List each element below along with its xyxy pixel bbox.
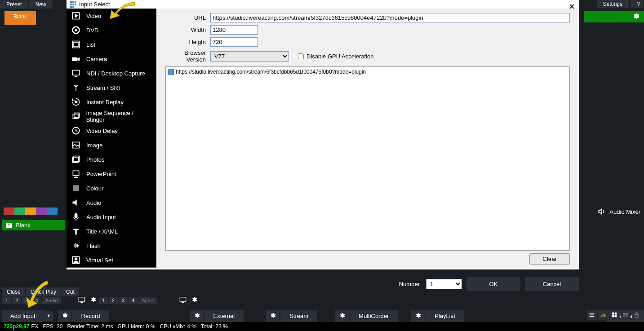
overlay-2[interactable]: 2 <box>12 297 21 304</box>
record-button[interactable]: Record <box>72 310 109 322</box>
mic-icon <box>71 212 81 222</box>
svg-rect-58 <box>604 314 605 317</box>
sidebar-item-audio-input[interactable]: Audio Input <box>67 210 156 224</box>
list-item[interactable]: https://studio.livereacting.com/stream/5… <box>168 69 568 75</box>
sidebar-item-audio[interactable]: Audio <box>67 195 156 210</box>
svg-rect-33 <box>75 214 77 218</box>
sidebar-item-list[interactable]: List <box>67 37 156 52</box>
sidebar-item-dvd[interactable]: DVD <box>67 23 156 37</box>
svg-point-42 <box>75 258 77 260</box>
sidebar-item-title-xaml[interactable]: Title / XAML <box>67 224 156 238</box>
camera-icon <box>71 54 81 64</box>
settings-button[interactable]: Settings <box>597 0 629 8</box>
help-button[interactable]: ? <box>631 0 643 8</box>
sidebar-item-label: Image <box>86 142 102 149</box>
sidebar-item-video-delay[interactable]: Video Delay <box>67 124 156 138</box>
gear-icon-right[interactable] <box>191 296 197 304</box>
sidebar-item-ndi-desktop-capture[interactable]: NDI / Desktop Capture <box>67 66 156 80</box>
svg-rect-65 <box>635 314 639 317</box>
sidebar-item-label: Video <box>86 13 101 19</box>
sidebar-item-powerpoint[interactable]: PowerPoint <box>67 167 156 181</box>
sidebar-item-label: Stream / SRT <box>86 84 122 91</box>
sidebar-item-instant-replay[interactable]: Instant Replay <box>67 95 156 109</box>
arrow-annotation-add-input <box>25 278 52 310</box>
close-button[interactable]: Close <box>2 287 25 296</box>
browser-list[interactable]: https://studio.livereacting.com/stream/5… <box>165 66 570 251</box>
height-label: Height <box>165 39 206 45</box>
list-view-icon[interactable] <box>587 310 597 320</box>
ok-button[interactable]: OK <box>466 277 520 291</box>
color-swatch-1[interactable] <box>14 207 25 215</box>
monitor-icon[interactable] <box>78 296 85 304</box>
sidebar-item-image[interactable]: Image <box>67 138 156 152</box>
external-button[interactable]: External <box>204 310 244 322</box>
multicorder-button[interactable]: MultiCorder <box>350 310 398 322</box>
grid-view-icon[interactable] <box>609 310 619 320</box>
playlist-button[interactable]: PlayList <box>426 310 464 322</box>
preview-input-blank[interactable]: Blank <box>4 11 36 25</box>
fps-label: FPS: <box>43 323 55 330</box>
sidebar-item-virtual-set[interactable]: Virtual Set <box>67 253 156 267</box>
color-swatch-3[interactable] <box>36 207 47 215</box>
speaker-icon <box>71 198 81 207</box>
lock-icon[interactable] <box>632 310 642 320</box>
sidebar-item-stream-srt[interactable]: Stream / SRT <box>67 80 156 95</box>
add-input-button[interactable]: Add Input <box>2 310 44 322</box>
svg-rect-2 <box>75 1 76 3</box>
cut-button[interactable]: Cut <box>62 287 79 296</box>
overlay-r2[interactable]: 2 <box>109 297 118 304</box>
add-input-dropdown[interactable]: ▼ <box>44 311 53 321</box>
vmix-value: 4 % <box>187 323 196 330</box>
color-swatch-2[interactable] <box>25 207 36 215</box>
sidebar-item-camera[interactable]: Camera <box>67 52 156 66</box>
list-item-url: https://studio.livereacting.com/stream/5… <box>176 69 366 75</box>
input-1-row[interactable]: 1 Blank <box>2 220 65 230</box>
color-swatch-4[interactable] <box>47 207 58 215</box>
input-type-sidebar: VideoDVDListCameraNDI / Desktop CaptureS… <box>67 9 156 268</box>
sidebar-item-image-sequence-stinger[interactable]: Image Sequence / Stinger <box>67 109 156 124</box>
play-icon <box>71 11 81 21</box>
record-gear-icon[interactable] <box>58 310 71 322</box>
overlay-r1[interactable]: 1 <box>99 297 108 304</box>
sidebar-item-colour[interactable]: Colour <box>67 181 156 195</box>
speaker-icon <box>598 207 606 216</box>
url-input[interactable] <box>210 13 570 22</box>
stream-button[interactable]: Stream <box>280 310 317 322</box>
new-button[interactable]: New <box>29 0 53 9</box>
preset-button[interactable]: Preset <box>0 0 28 9</box>
svg-rect-62 <box>615 315 617 318</box>
number-select[interactable]: 1 <box>426 279 462 289</box>
color-swatch-0[interactable] <box>4 207 14 215</box>
overlay-1[interactable]: 1 <box>2 297 11 304</box>
audio-mixer-button[interactable]: Audio Mixer <box>598 207 640 216</box>
height-input[interactable] <box>210 37 258 47</box>
clear-button[interactable]: Clear <box>529 253 570 265</box>
bars-icon[interactable] <box>598 310 608 320</box>
gear-icon-left[interactable] <box>90 296 96 304</box>
browser-mini-icon <box>168 69 174 75</box>
multicorder-gear-icon[interactable] <box>335 310 349 322</box>
overlay-r4[interactable]: 4 <box>129 297 138 304</box>
audio-tab-right[interactable]: Audio <box>138 297 157 304</box>
svg-rect-56 <box>601 315 602 317</box>
sidebar-item-web-browser[interactable]: Web Browser <box>67 267 156 268</box>
camera-snap-icon[interactable] <box>621 310 631 320</box>
overlay-r3[interactable]: 3 <box>119 297 128 304</box>
cancel-button[interactable]: Cancel <box>525 277 579 291</box>
stream-gear-icon[interactable] <box>266 310 280 322</box>
browser-version-select[interactable]: V77 <box>210 51 289 62</box>
playlist-gear-icon[interactable] <box>411 310 425 322</box>
external-gear-icon[interactable] <box>190 310 204 322</box>
render-value: 2 ms <box>101 323 113 330</box>
monitor-icon-right[interactable] <box>179 296 187 304</box>
output-gear-icon[interactable] <box>632 13 640 21</box>
width-input[interactable] <box>210 25 258 35</box>
input-select-dialog: Input Select ✕ VideoDVDListCameraNDI / D… <box>67 0 579 269</box>
dialog-bottom-row: Number 1 OK Cancel <box>161 276 579 292</box>
colour-icon <box>71 183 81 193</box>
sidebar-item-photos[interactable]: Photos <box>67 152 156 167</box>
disable-gpu-checkbox[interactable] <box>298 53 304 59</box>
sidebar-item-flash[interactable]: Flash <box>67 238 156 253</box>
projector-icon <box>71 169 81 179</box>
output-header <box>584 11 644 22</box>
